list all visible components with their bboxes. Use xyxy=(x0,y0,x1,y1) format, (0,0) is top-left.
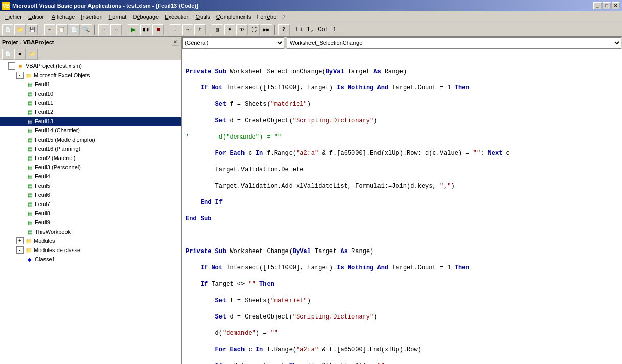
sheet-icon: ▤ xyxy=(26,228,34,236)
sheet-icon: ▤ xyxy=(26,191,34,199)
code-line: End Sub xyxy=(186,215,618,223)
toolbar-step-out-button[interactable]: ↑ xyxy=(194,24,206,35)
procedure-dropdown[interactable]: Worksheet_SelectionChange Worksheet_Chan… xyxy=(287,37,621,49)
code-line: Target.Validation.Delete xyxy=(186,166,618,174)
tree-item-feuil16[interactable]: ▤ Feuil16 (Planning) xyxy=(0,144,181,153)
toolbar-sep-4 xyxy=(166,25,168,35)
menu-aide[interactable]: ? xyxy=(279,12,288,22)
restore-button[interactable]: □ xyxy=(603,2,611,9)
toolbar-new-button[interactable]: 📄 xyxy=(2,24,13,35)
menu-debogage[interactable]: Débogage xyxy=(129,12,162,22)
minimize-button[interactable]: _ xyxy=(593,2,602,9)
code-editor-content[interactable]: Private Sub Worksheet_SelectionChange(By… xyxy=(182,49,622,364)
toolbar-step-over-button[interactable]: → xyxy=(182,24,193,35)
tree-item-thisworkbook[interactable]: ▤ ThisWorkbook xyxy=(0,227,181,236)
menu-format[interactable]: Format xyxy=(106,12,130,22)
menu-complements[interactable]: Compléments xyxy=(213,12,254,22)
toolbar-redo-button[interactable]: ↪ xyxy=(110,24,122,35)
toolbar-step-into-button[interactable]: ↓ xyxy=(170,24,181,35)
toolbar-watch-button[interactable]: 👁 xyxy=(236,24,248,35)
tree-label-excel-objets: Microsoft Excel Objets xyxy=(34,72,181,78)
toolbar-find-button[interactable]: 🔍 xyxy=(81,24,92,35)
toolbar-undo-button[interactable]: ↩ xyxy=(98,24,109,35)
tree-label-modules-classe: Modules de classe xyxy=(34,247,181,253)
project-view-code-btn[interactable]: 📄 xyxy=(2,49,13,60)
tree-item-feuil4[interactable]: ▤ Feuil4 xyxy=(0,172,181,181)
menu-edition[interactable]: Edition xyxy=(25,12,49,22)
object-dropdown[interactable]: (Général) Worksheet xyxy=(182,37,284,49)
expand-vbaproject[interactable]: - xyxy=(8,62,15,70)
project-view-object-btn[interactable]: ■ xyxy=(14,49,26,60)
tree-label-feuil15: Feuil15 (Mode d'emploi) xyxy=(35,136,181,143)
tree-item-feuil12[interactable]: ▤ Feuil12 xyxy=(0,107,181,117)
toolbar-run-button[interactable]: ▶ xyxy=(128,24,139,35)
tree-item-classe1[interactable]: ◆ Classe1 xyxy=(0,255,181,264)
toolbar-save-button[interactable]: 💾 xyxy=(27,24,38,35)
sheet-icon: ▤ xyxy=(26,154,34,162)
project-toggle-folders-btn[interactable]: 📁 xyxy=(27,49,38,60)
tree-item-modules[interactable]: + 📁 Modules xyxy=(0,236,181,245)
menu-fichier[interactable]: Fichier xyxy=(2,12,25,22)
tree-item-feuil3[interactable]: ▤ Feuil3 (Personnel) xyxy=(0,163,181,172)
tree-label-feuil14: Feuil14 (Chantier) xyxy=(35,127,181,133)
expand-modules-classe[interactable]: - xyxy=(16,246,24,254)
toolbar-sep-2 xyxy=(94,25,96,35)
tree-label-thisworkbook: ThisWorkbook xyxy=(35,229,181,235)
tree-item-feuil6[interactable]: ▤ Feuil6 xyxy=(0,190,181,199)
tree-item-modules-classe[interactable]: - 📁 Modules de classe xyxy=(0,245,181,255)
tree-label-modules: Modules xyxy=(34,238,181,244)
code-line: d("demande") = "" xyxy=(186,329,618,337)
tree-label-feuil9: Feuil9 xyxy=(35,219,181,225)
toolbar-locales-button[interactable]: ⛶ xyxy=(249,24,260,35)
tree-item-feuil10[interactable]: ▤ Feuil10 xyxy=(0,89,181,98)
tree-label-feuil5: Feuil5 xyxy=(35,183,181,189)
sheet-icon: ▤ xyxy=(26,80,34,88)
tree-item-vbaproject[interactable]: - ■ VBAProject (test.xlsm) xyxy=(0,61,181,71)
tree-item-feuil11[interactable]: ▤ Feuil11 xyxy=(0,98,181,107)
tree-label-feuil16: Feuil16 (Planning) xyxy=(35,146,181,152)
code-editor-header: (Général) Worksheet Worksheet_SelectionC… xyxy=(182,37,622,49)
toolbar-breakpoints-button[interactable]: ● xyxy=(224,24,235,35)
menu-affichage[interactable]: Affichage xyxy=(49,12,78,22)
toolbar-paste-button[interactable]: 📄 xyxy=(69,24,80,35)
menu-insertion[interactable]: Insertion xyxy=(78,12,105,22)
expand-modules[interactable]: + xyxy=(16,237,24,244)
sheet-icon: ▤ xyxy=(26,218,34,226)
menu-outils[interactable]: Outils xyxy=(193,12,213,22)
toolbar-copy-button[interactable]: 📋 xyxy=(56,24,68,35)
project-panel-close[interactable]: ✕ xyxy=(172,39,179,46)
tree-label-feuil4: Feuil4 xyxy=(35,173,181,179)
tree-item-feuil15[interactable]: ▤ Feuil15 (Mode d'emploi) xyxy=(0,135,181,144)
code-line: If Not Intersect([f5:f1000], Target) Is … xyxy=(186,84,618,92)
sheet-icon: ▤ xyxy=(26,99,34,107)
project-panel-toolbar: 📄 ■ 📁 xyxy=(0,48,181,60)
close-button[interactable]: ✕ xyxy=(612,2,620,9)
toolbar-sep-5 xyxy=(208,25,210,35)
window-title: Microsoft Visual Basic pour Applications… xyxy=(12,3,593,9)
tree-item-feuil14[interactable]: ▤ Feuil14 (Chantier) xyxy=(0,126,181,135)
tree-item-feuil5[interactable]: ▤ Feuil5 xyxy=(0,181,181,190)
code-line: If Target <> "" Then xyxy=(186,280,618,288)
vba-icon: ■ xyxy=(16,62,25,70)
menu-execution[interactable]: Exécution xyxy=(162,12,192,22)
tree-item-excel-objets[interactable]: - 📁 Microsoft Excel Objets xyxy=(0,71,181,80)
tree-label-feuil6: Feuil6 xyxy=(35,192,181,198)
tree-item-feuil9[interactable]: ▤ Feuil9 xyxy=(0,218,181,227)
tree-item-feuil8[interactable]: ▤ Feuil8 xyxy=(0,209,181,218)
code-line: Private Sub Worksheet_SelectionChange(By… xyxy=(186,67,618,76)
toolbar-pause-button[interactable]: ▮▮ xyxy=(140,24,151,35)
tree-item-feuil13[interactable]: ▤ Feuil13 xyxy=(0,117,181,126)
project-panel-title: Projet - VBAProject xyxy=(2,39,54,46)
sheet-icon: ▤ xyxy=(26,126,34,134)
toolbar-userform-button[interactable]: ▤ xyxy=(212,24,223,35)
toolbar-immediate-button[interactable]: ▶▶ xyxy=(261,24,272,35)
toolbar-stop-button[interactable]: ■ xyxy=(152,24,164,35)
expand-excel-objets[interactable]: - xyxy=(16,72,24,79)
toolbar-help-button[interactable]: ? xyxy=(278,24,290,35)
toolbar-cut-button[interactable]: ✄ xyxy=(44,24,55,35)
tree-item-feuil2[interactable]: ▤ Feuil2 (Matériel) xyxy=(0,153,181,163)
menu-fenetre[interactable]: Fenêtre xyxy=(254,12,280,22)
tree-item-feuil1[interactable]: ▤ Feuil1 xyxy=(0,80,181,89)
toolbar-open-button[interactable]: 📁 xyxy=(14,24,26,35)
tree-item-feuil7[interactable]: ▤ Feuil7 xyxy=(0,199,181,209)
